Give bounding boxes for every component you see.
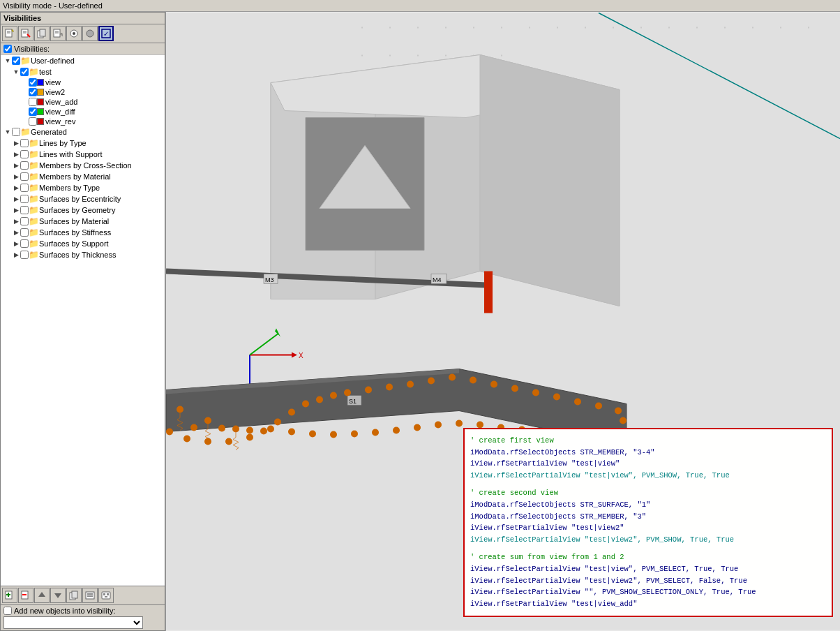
add-new-select[interactable] <box>3 616 143 629</box>
tree-item-user-defined[interactable]: ▼ 📁 User-defined <box>1 55 165 66</box>
cb-view[interactable] <box>29 78 37 87</box>
expand-generated[interactable]: ▼ <box>3 128 12 136</box>
tree-item-lines-by-type[interactable]: ▶ 📁 Lines by Type <box>1 138 165 149</box>
expand-lines-with-support[interactable]: ▶ <box>12 150 20 158</box>
svg-text:✓: ✓ <box>103 30 109 38</box>
new-btn[interactable] <box>2 26 17 41</box>
cb-test[interactable] <box>20 68 29 76</box>
copy-btn[interactable] <box>34 26 50 41</box>
tree-item-members-by-type[interactable]: ▶ 📁 Members by Type <box>1 182 165 193</box>
svg-rect-37 <box>389 27 391 29</box>
svg-marker-3 <box>12 29 14 31</box>
tree-item-view2[interactable]: view2 <box>1 87 165 97</box>
tree-item-surfaces-stiffness[interactable]: ▶ 📁 Surfaces by Stiffness <box>1 227 165 238</box>
tree-container[interactable]: ▼ 📁 User-defined ▼ 📁 test <box>1 55 165 586</box>
tree-item-view-rev[interactable]: view_rev <box>1 117 165 126</box>
up-btn[interactable] <box>34 588 50 603</box>
tree-item-surfaces-eccentricity[interactable]: ▶ 📁 Surfaces by Eccentricity <box>1 193 165 205</box>
delete-btn[interactable] <box>18 26 33 41</box>
expand-user-defined[interactable]: ▼ <box>3 57 12 65</box>
tree-item-test[interactable]: ▼ 📁 test <box>1 66 165 77</box>
tree-item-members-by-material[interactable]: ▶ 📁 Members by Material <box>1 171 165 182</box>
expand-members-cross-section[interactable]: ▶ <box>12 161 20 170</box>
svg-point-102 <box>407 381 414 388</box>
visibilities-toggle[interactable] <box>3 45 12 53</box>
cb-user-defined[interactable] <box>12 57 20 65</box>
cb-lines-with-support[interactable] <box>20 150 29 158</box>
tree-item-surfaces-material[interactable]: ▶ 📁 Surfaces by Material <box>1 216 165 227</box>
add-btn2[interactable] <box>2 588 17 603</box>
tree-item-generated[interactable]: ▼ 📁 Generated <box>1 126 165 138</box>
cb-surfaces-geometry[interactable] <box>20 206 29 214</box>
show-btn[interactable] <box>66 26 82 41</box>
cb-members-by-type[interactable] <box>20 184 29 192</box>
icon1-btn[interactable] <box>82 588 98 603</box>
expand-surfaces-material[interactable]: ▶ <box>12 217 20 225</box>
expand-lines-by-type[interactable]: ▶ <box>12 139 20 147</box>
rename-btn[interactable]: ✎ <box>50 26 66 41</box>
tree-item-lines-with-support[interactable]: ▶ 📁 Lines with Support <box>1 149 165 160</box>
cb-surfaces-material[interactable] <box>20 217 29 225</box>
folder-icon-surfaces-material: 📁 <box>29 216 39 226</box>
color-view-diff <box>37 108 44 115</box>
cb-view-diff[interactable] <box>29 107 37 116</box>
cb-view2[interactable] <box>29 88 37 96</box>
cb-members-by-material[interactable] <box>20 172 29 181</box>
svg-point-15 <box>73 32 75 35</box>
expand-view2 <box>20 88 29 96</box>
expand-surfaces-stiffness[interactable]: ▶ <box>12 228 20 237</box>
hide-btn[interactable] <box>82 26 98 41</box>
cb-view-rev[interactable] <box>29 117 37 126</box>
icon2-btn[interactable] <box>98 588 114 603</box>
cb-view-add[interactable] <box>29 98 37 106</box>
expand-surfaces-eccentricity[interactable]: ▶ <box>12 195 20 203</box>
viewport[interactable]: M3 M4 Z X <box>166 12 840 631</box>
expand-surfaces-thickness[interactable]: ▶ <box>12 251 20 259</box>
cb-surfaces-thickness[interactable] <box>20 251 29 259</box>
copy2-btn[interactable] <box>66 588 82 603</box>
svg-point-112 <box>615 408 622 415</box>
svg-rect-51 <box>780 27 781 29</box>
tree-item-view-diff[interactable]: view_diff <box>1 107 165 117</box>
cb-surfaces-support[interactable] <box>20 239 29 248</box>
cb-generated[interactable] <box>12 128 20 136</box>
expand-view <box>20 78 29 87</box>
tree-item-surfaces-thickness[interactable]: ▶ 📁 Surfaces by Thickness <box>1 249 165 260</box>
folder-icon-lines-by-type: 📁 <box>29 138 39 148</box>
svg-rect-53 <box>361 55 363 57</box>
code-line-5: ' create second view <box>470 487 826 499</box>
svg-point-96 <box>302 401 309 408</box>
tree-item-surfaces-support[interactable]: ▶ 📁 Surfaces by Support <box>1 238 165 249</box>
expand-test[interactable]: ▼ <box>12 68 20 76</box>
down-btn[interactable] <box>50 588 66 603</box>
svg-point-16 <box>87 30 93 37</box>
label-members-cross-section: Members by Cross-Section <box>39 161 132 170</box>
expand-members-by-material[interactable]: ▶ <box>12 172 20 181</box>
label-view2: view2 <box>45 88 65 96</box>
tree-item-surfaces-geometry[interactable]: ▶ 📁 Surfaces by Geometry <box>1 205 165 216</box>
expand-surfaces-geometry[interactable]: ▶ <box>12 206 20 214</box>
svg-text:S1: S1 <box>349 398 357 405</box>
add-new-checkbox[interactable] <box>3 607 12 615</box>
cb-surfaces-stiffness[interactable] <box>20 228 29 237</box>
tree-item-view-add[interactable]: view_add <box>1 97 165 107</box>
tree-item-members-cross-section[interactable]: ▶ 📁 Members by Cross-Section <box>1 160 165 171</box>
cb-lines-by-type[interactable] <box>20 139 29 147</box>
svg-point-89 <box>204 417 211 424</box>
tree-item-view[interactable]: view <box>1 77 165 87</box>
svg-point-111 <box>595 403 602 410</box>
active-btn[interactable]: ✓ <box>98 26 114 41</box>
cb-surfaces-eccentricity[interactable] <box>20 195 29 203</box>
bottom-toolbar <box>1 586 165 604</box>
label-generated: Generated <box>31 128 67 136</box>
color-view <box>37 79 44 86</box>
code-line-3: iView.rfSetPartialView "test|view" <box>470 458 826 470</box>
cb-members-cross-section[interactable] <box>20 161 29 170</box>
visibilities-label: Visibilities: <box>14 45 50 53</box>
svg-point-98 <box>330 392 337 399</box>
expand-surfaces-support[interactable]: ▶ <box>12 239 20 248</box>
label-surfaces-support: Surfaces by Support <box>39 239 109 248</box>
expand-members-by-type[interactable]: ▶ <box>12 184 20 192</box>
remove-btn2[interactable] <box>18 588 33 603</box>
label-surfaces-eccentricity: Surfaces by Eccentricity <box>39 195 121 203</box>
